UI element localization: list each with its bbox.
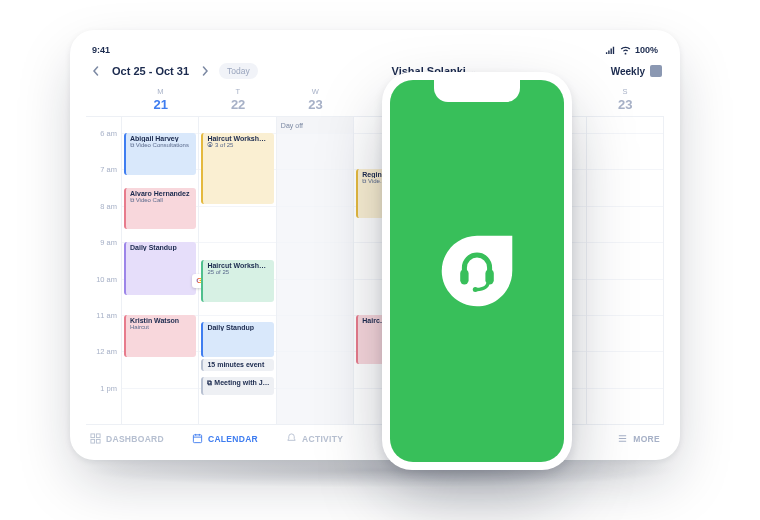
headset-leaf-icon [435, 229, 519, 313]
event-subtitle: ⧉ Video Call [130, 197, 192, 204]
view-selector[interactable]: Weekly [611, 65, 662, 77]
nav-more[interactable]: MORE [617, 433, 660, 444]
day-column-tue[interactable]: G Haircut Workshops⦿ 3 of 25Haircut Work… [199, 117, 276, 424]
day-header[interactable]: W23 [277, 87, 354, 112]
date-range[interactable]: Oct 25 - Oct 31 [112, 65, 189, 77]
bottom-nav: DASHBOARD CALENDAR ACTIVITY MORE [86, 424, 664, 446]
time-label: 8 am [86, 202, 121, 238]
nav-activity[interactable]: ACTIVITY [286, 433, 343, 444]
day-column-sun[interactable] [587, 117, 664, 424]
menu-icon [617, 433, 628, 444]
time-column: 6 am 7 am 8 am 9 am 10 am 11 am 12 am 1 … [86, 117, 122, 424]
event-subtitle: Haircut [130, 324, 192, 330]
today-button[interactable]: Today [219, 63, 258, 79]
event-title: Abigail Harvey [130, 135, 192, 142]
prev-week-button[interactable] [88, 63, 104, 79]
calendar-icon [192, 433, 203, 444]
time-label: 10 am [86, 275, 121, 311]
calendar-header: Oct 25 - Oct 31 Today Vishal Solanki ⌄ W… [86, 59, 664, 87]
status-bar: 9:41 100% [86, 44, 664, 59]
event-subtitle: 25 of 25 [207, 269, 269, 275]
svg-rect-1 [96, 434, 100, 438]
signal-icon [605, 44, 616, 55]
event-subtitle: ⧉ Video Consultations [130, 142, 192, 149]
app-logo [435, 229, 519, 313]
day-column-mon[interactable]: Abigail Harvey⧉ Video ConsultationsAlvar… [122, 117, 199, 424]
day-column-wed[interactable]: Day off [277, 117, 354, 424]
svg-rect-0 [91, 434, 95, 438]
svg-rect-4 [193, 435, 201, 443]
day-header[interactable]: T22 [199, 87, 276, 112]
tablet-frame: 9:41 100% Oct 25 - Oct 31 Today Vishal S… [70, 30, 680, 460]
calendar-event[interactable]: Abigail Harvey⧉ Video Consultations [124, 133, 196, 175]
grid-icon [650, 65, 662, 77]
allday-event[interactable]: Day off [277, 117, 353, 133]
phone-notch [434, 80, 520, 102]
next-week-button[interactable] [197, 63, 213, 79]
phone-screen [390, 80, 564, 462]
view-label: Weekly [611, 66, 645, 77]
event-title: Haircut Workshops [207, 135, 269, 142]
chevron-right-icon [200, 66, 210, 76]
time-label: 1 pm [86, 384, 121, 420]
bell-icon [286, 433, 297, 444]
calendar-event[interactable]: Daily Standup [201, 322, 273, 356]
event-title: Kristin Watson [130, 317, 192, 324]
time-label: 12 am [86, 347, 121, 383]
status-time: 9:41 [92, 45, 110, 55]
calendar-event[interactable]: Haircut Workshops25 of 25 [201, 260, 273, 302]
status-right: 100% [605, 44, 658, 55]
svg-rect-3 [96, 439, 100, 443]
event-title: Daily Standup [130, 244, 192, 251]
svg-rect-6 [485, 269, 493, 284]
time-label: 7 am [86, 165, 121, 201]
event-title: Haircut Workshops [207, 262, 269, 269]
calendar-event[interactable]: 15 minutes event [201, 359, 273, 372]
calendar-grid: 6 am 7 am 8 am 9 am 10 am 11 am 12 am 1 … [86, 117, 664, 424]
calendar-event[interactable]: Alvaro Hernandez⧉ Video Call [124, 188, 196, 230]
event-title: ⧉ Meeting with Jo… [207, 379, 269, 387]
chevron-left-icon [91, 66, 101, 76]
calendar-event[interactable]: Kristin WatsonHaircut [124, 315, 196, 357]
phone-frame [382, 72, 572, 470]
calendar-event[interactable]: Daily Standup [124, 242, 196, 295]
event-title: Daily Standup [207, 324, 269, 331]
svg-rect-2 [91, 439, 95, 443]
time-label: 11 am [86, 311, 121, 347]
event-subtitle: ⦿ 3 of 25 [207, 142, 269, 148]
time-label: 9 am [86, 238, 121, 274]
wifi-icon [620, 44, 631, 55]
event-title: 15 minutes event [207, 361, 269, 368]
event-title: Alvaro Hernandez [130, 190, 192, 197]
day-header[interactable]: S23 [587, 87, 664, 112]
svg-rect-5 [460, 269, 468, 284]
dashboard-icon [90, 433, 101, 444]
svg-point-7 [473, 287, 478, 292]
time-label: 6 am [86, 129, 121, 165]
nav-calendar[interactable]: CALENDAR [192, 433, 258, 444]
calendar-event[interactable]: ⧉ Meeting with Jo… [201, 377, 273, 395]
day-header-row: M21 T22 W23 T23 F23 S23 S23 [86, 87, 664, 117]
day-header[interactable]: M21 [122, 87, 199, 112]
nav-dashboard[interactable]: DASHBOARD [90, 433, 164, 444]
calendar-event[interactable]: Haircut Workshops⦿ 3 of 25 [201, 133, 273, 204]
status-battery: 100% [635, 45, 658, 55]
